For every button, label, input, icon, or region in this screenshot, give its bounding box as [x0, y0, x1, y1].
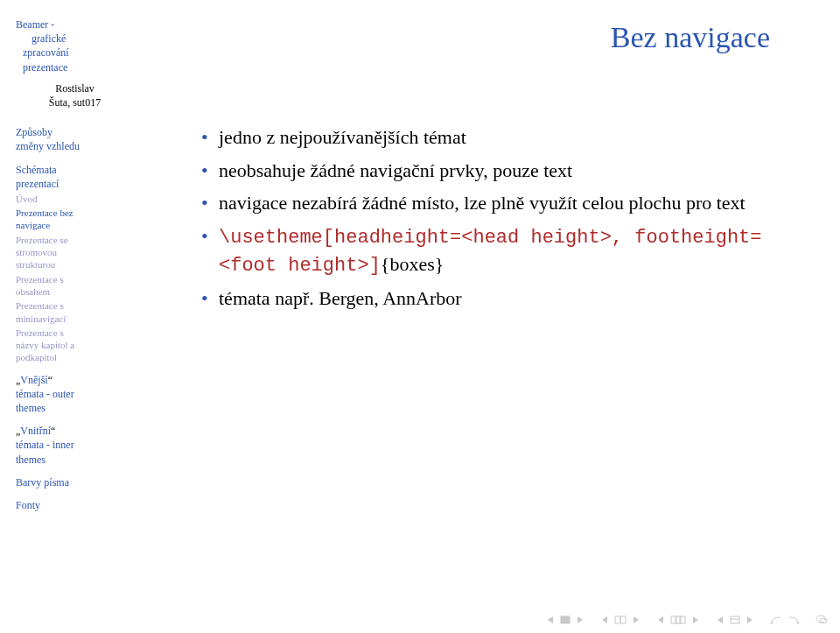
subsection-obsah[interactable]: Prezentace s obsahem [16, 273, 134, 299]
prev-frame-icon[interactable] [600, 615, 609, 624]
doc-title-line1: Beamer - [16, 18, 54, 31]
svg-marker-16 [770, 622, 774, 624]
svg-marker-6 [634, 616, 639, 623]
nav-footer [0, 610, 840, 633]
doc-title-line4: prezentace [16, 60, 134, 74]
sub-bez-l2: navigace [16, 219, 134, 231]
svg-marker-0 [548, 616, 553, 623]
subsection-stromova[interactable]: Prezentace se stromovou strukturou [16, 234, 134, 271]
subsection-mininavigace[interactable]: Prezentace s mininavigací [16, 299, 134, 325]
author-line1: Rostislav [16, 81, 134, 95]
section-zpusoby-l1: Způsoby [16, 125, 134, 139]
inner-l2: témata - inner [16, 438, 134, 452]
appendix-box-icon[interactable] [730, 615, 740, 624]
sub-nazvy-l1: Prezentace s [16, 327, 134, 339]
outer-word: Vnější [20, 374, 47, 386]
bullet-1: jedno z nejpoužívanějších témat [201, 124, 796, 151]
section-zpusoby[interactable]: Způsoby změny vzhledu [16, 125, 134, 153]
inner-l3: themes [16, 453, 134, 467]
bullet-2: neobsahuje žádné navigační prvky, pouze … [201, 158, 796, 184]
author: Rostislav Šuta, sut017 [16, 81, 134, 109]
slide-box-icon[interactable] [560, 615, 570, 624]
nav-slide-group [546, 615, 584, 624]
subsection-nazvy[interactable]: Prezentace s názvy kapitol a podkapitol [16, 327, 134, 364]
section-schemata[interactable]: Schémata prezentací [16, 163, 134, 191]
bullet-list: jedno z nejpoužívanějších témat neobsahu… [175, 124, 805, 312]
sub-bez-l1: Prezentace bez [16, 207, 134, 219]
go-back-icon[interactable] [770, 615, 782, 624]
svg-marker-15 [747, 616, 752, 623]
svg-marker-7 [658, 616, 663, 623]
doc-title-line3: zpracování [16, 46, 134, 60]
nav-doc-group [716, 615, 754, 624]
section-barvy[interactable]: Barvy písma [16, 475, 134, 489]
inner-q2: “ [51, 425, 55, 437]
sub-nazvy-l2: názvy kapitol a [16, 339, 134, 351]
svg-rect-5 [620, 616, 626, 623]
bullet-4-code: \usetheme[headheight=<head height>, foot… [219, 227, 762, 277]
section-schemata-l1: Schémata [16, 163, 134, 177]
prev-section-icon[interactable] [656, 615, 665, 624]
sidebar: Beamer - grafické zpracování prezentace … [0, 0, 144, 610]
sub-strom-l2: stromovou [16, 246, 134, 258]
prev-doc-icon[interactable] [716, 615, 724, 624]
sub-strom-l3: strukturou [16, 258, 134, 271]
svg-rect-13 [731, 616, 739, 623]
doc-title: Beamer - grafické zpracování prezentace [16, 18, 134, 74]
nav-backforward-group [770, 615, 800, 624]
next-section-icon[interactable] [691, 615, 700, 624]
svg-rect-1 [561, 616, 570, 623]
sub-obsah-l1: Prezentace s [16, 273, 134, 285]
svg-marker-2 [578, 616, 583, 623]
section-box-icon[interactable] [670, 615, 686, 624]
sub-mini-l1: Prezentace s [16, 299, 134, 312]
section-fonty[interactable]: Fonty [16, 498, 134, 512]
svg-marker-17 [796, 622, 800, 624]
section-outer-themes[interactable]: „Vnější“ témata - outer themes [16, 373, 134, 416]
go-forward-icon[interactable] [788, 615, 800, 624]
sub-nazvy-l3: podkapitol [16, 351, 134, 363]
section-inner-themes[interactable]: „Vnitřní“ témata - inner themes [16, 424, 134, 467]
svg-marker-3 [602, 616, 607, 623]
bullet-4: \usetheme[headheight=<head height>, foot… [201, 223, 796, 278]
outer-q2: “ [48, 374, 52, 386]
nav-search-group [816, 615, 828, 625]
next-slide-icon[interactable] [576, 615, 584, 624]
bullet-5: témata např. Bergen, AnnArbor [201, 285, 796, 312]
frame-content: jedno z nejpoužívanějších témat neobsahu… [175, 124, 805, 312]
search-icon[interactable] [816, 615, 828, 625]
bullet-4-post: {boxes} [381, 253, 444, 275]
svg-rect-4 [615, 616, 620, 623]
next-doc-icon[interactable] [746, 615, 754, 624]
first-slide-icon[interactable] [546, 615, 555, 624]
sub-strom-l1: Prezentace se [16, 234, 134, 246]
svg-marker-11 [693, 616, 698, 623]
nav-frame-group [600, 615, 640, 624]
inner-word: Vnitřní [20, 425, 51, 437]
nav-section-group [656, 615, 700, 624]
svg-marker-12 [718, 616, 723, 623]
bullet-3: navigace nezabírá žádné místo, lze plně … [201, 190, 796, 216]
section-schemata-l2: prezentací [16, 177, 134, 191]
subsection-uvod[interactable]: Úvod [16, 193, 134, 205]
subsection-bez-navigace[interactable]: Prezentace bez navigace [16, 207, 134, 232]
section-zpusoby-l2: změny vzhledu [16, 139, 134, 153]
frame-box-icon[interactable] [614, 615, 626, 624]
main-frame: Bez navigace jedno z nejpoužívanějších t… [144, 0, 840, 610]
outer-l3: themes [16, 401, 134, 415]
doc-title-line2: grafické [16, 32, 134, 46]
frame-title: Bez navigace [175, 21, 805, 54]
sub-mini-l2: mininavigací [16, 313, 134, 325]
svg-point-19 [820, 618, 827, 623]
next-frame-icon[interactable] [632, 615, 640, 624]
outer-l2: témata - outer [16, 387, 134, 401]
sub-obsah-l2: obsahem [16, 285, 134, 298]
author-line2: Šuta, sut017 [16, 95, 134, 109]
